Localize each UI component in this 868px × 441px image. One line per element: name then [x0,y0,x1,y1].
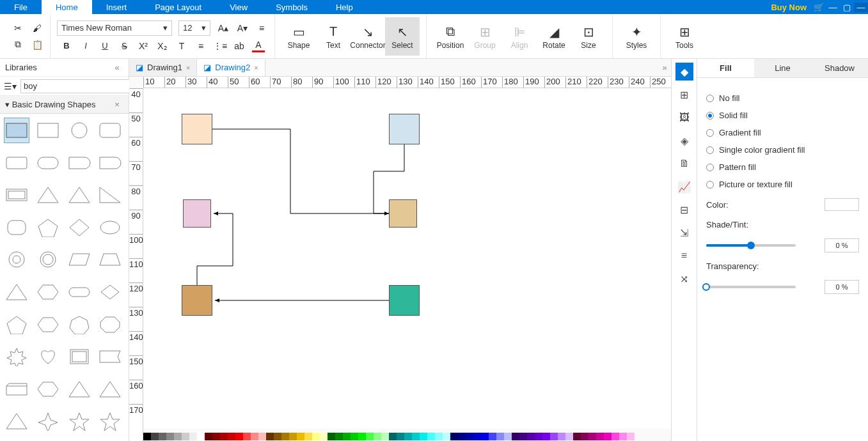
color-swatch[interactable] [327,433,335,440]
image-tool-icon[interactable]: 🖼 [675,109,693,127]
align-icon[interactable]: ≡ [255,22,268,35]
shape-thumb-star4[interactable] [35,408,61,434]
fill-tool-icon[interactable]: ◆ [675,63,693,81]
shape-thumb-frame[interactable] [4,182,29,208]
shape-thumb-pentagon2[interactable] [4,312,29,337]
color-swatch[interactable] [381,433,389,440]
group-button[interactable]: ⊞Group [468,17,502,56]
select-button[interactable]: ↖Select [385,17,420,56]
color-swatch[interactable] [573,433,581,440]
color-swatch[interactable] [228,433,235,440]
paste-icon[interactable]: 📋 [31,38,43,51]
rotate-button[interactable]: ◢Rotate [537,17,571,56]
tab-shadow[interactable]: Shadow [811,59,868,77]
shape-thumb-tri4[interactable] [67,376,92,402]
color-swatch[interactable] [581,433,588,440]
canvas-shape[interactable] [389,199,417,228]
color-swatch[interactable] [312,433,320,440]
color-swatch[interactable] [489,433,496,440]
color-swatch[interactable] [412,433,420,440]
color-swatch[interactable] [473,433,481,440]
color-swatch[interactable] [205,433,212,440]
color-swatch[interactable] [458,433,466,440]
color-swatch[interactable] [212,433,220,440]
text-case-icon[interactable]: T [175,40,188,52]
color-swatch[interactable] [182,433,189,440]
menu-view[interactable]: View [216,0,262,14]
bullets-icon[interactable]: ⋮≡ [214,40,226,52]
transparency-value[interactable]: 0 % [825,280,859,294]
copy-icon[interactable]: ⧉ [12,38,24,51]
align-button[interactable]: ⊫Align [502,17,537,56]
tab-drawing1[interactable]: ◪ Drawing1 × [129,59,197,76]
color-swatch[interactable] [588,433,596,440]
color-swatch[interactable] [565,433,573,440]
text-button[interactable]: TText [316,17,351,56]
color-swatch[interactable] [427,433,435,440]
cut-icon[interactable]: ✂ [12,22,24,35]
canvas-shape[interactable] [182,285,212,316]
canvas-shape[interactable] [182,114,212,144]
collapse-libraries-icon[interactable]: « [111,63,123,72]
color-swatch[interactable] [297,433,304,440]
font-size-select[interactable]: 12▾ [178,20,210,36]
tab-fill[interactable]: Fill [697,59,754,77]
shape-thumb-hexagon[interactable] [35,279,61,305]
close-tab-icon[interactable]: × [254,64,258,72]
color-swatch[interactable] [274,433,281,440]
connector-button[interactable]: ↘Connector [351,17,385,56]
maximize-icon[interactable]: ▢ [840,3,854,12]
close-window-icon[interactable]: — [854,3,868,12]
strike-icon[interactable]: S̶ [118,40,130,52]
canvas-shape[interactable] [389,285,420,316]
shape-thumb-card[interactable] [4,376,29,402]
shape-thumb-triangle[interactable] [35,182,61,208]
tab-drawing2[interactable]: ◪ Drawing2 × [197,59,265,76]
color-swatch[interactable] [235,433,243,440]
bold-icon[interactable]: B [60,40,73,52]
shape-thumb-circle[interactable] [67,118,92,143]
shape-thumb-diamond[interactable] [67,215,92,240]
shade-slider[interactable] [706,244,796,247]
decrease-font-icon[interactable]: A▾ [236,22,249,35]
color-swatch[interactable] [189,433,197,440]
minimize-icon[interactable]: — [826,3,840,12]
color-swatch[interactable] [481,433,489,440]
color-swatch[interactable] [389,433,397,440]
shape-thumb-pill[interactable] [35,150,61,176]
subscript-icon[interactable]: X₂ [156,40,169,52]
radio-solid-fill[interactable]: Solid fill [706,111,859,120]
shuffle-tool-icon[interactable]: ⤨ [675,270,693,288]
shape-thumb-parallelogram[interactable] [67,247,92,272]
color-swatch[interactable] [596,433,604,440]
color-swatch[interactable] [604,433,612,440]
color-swatch[interactable] [825,198,859,211]
close-tab-icon[interactable]: × [186,64,190,72]
color-swatch[interactable] [343,433,351,440]
color-swatch[interactable] [251,433,258,440]
increase-font-icon[interactable]: A▴ [217,22,230,35]
line-spacing-icon[interactable]: ≡ [194,40,207,52]
shape-thumb-halfround[interactable] [67,150,92,176]
color-swatch[interactable] [258,433,266,440]
superscript-icon[interactable]: X² [137,40,150,52]
shape-thumb-rhombus[interactable] [97,279,123,305]
color-swatch[interactable] [197,433,205,440]
color-swatch[interactable] [143,433,151,440]
shape-thumb-rounded2[interactable] [4,150,29,176]
radio-gradient-fill[interactable]: Gradient fill [706,128,859,137]
position-button[interactable]: ⧉Position [433,17,468,56]
shape-thumb-pentagon[interactable] [35,215,61,240]
highlight-icon[interactable]: ab [233,40,246,52]
canvas-shape[interactable] [183,199,211,228]
color-swatch[interactable] [542,433,550,440]
shape-thumb-hexagon2[interactable] [35,312,61,337]
color-swatch[interactable] [320,433,327,440]
shape-thumb-right-triangle[interactable] [97,182,123,208]
cart-icon[interactable]: 🛒 [812,3,826,12]
font-color-icon[interactable]: A [252,40,265,52]
shade-value[interactable]: 0 % [825,238,859,252]
color-swatch[interactable] [420,433,427,440]
export-tool-icon[interactable]: ⇲ [675,224,693,242]
grid-tool-icon[interactable]: ⊞ [675,86,693,104]
